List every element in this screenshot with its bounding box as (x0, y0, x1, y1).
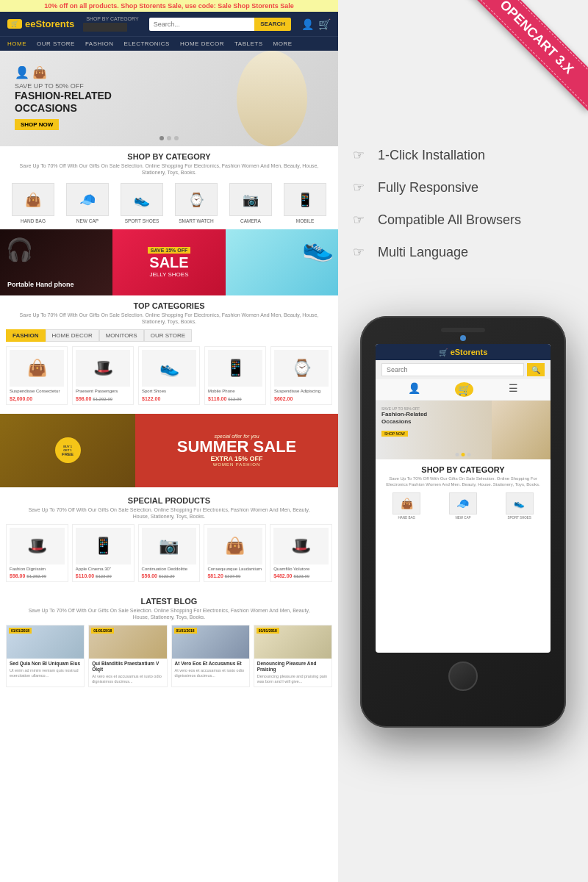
special-products-section: SPECIAL PRODUCTS Save Up To 70% Off With… (0, 490, 338, 588)
navigation: HOME OUR STORE FASHION ELECTRONICS HOME … (0, 36, 338, 51)
hero-dots (159, 136, 179, 140)
phone-home-button[interactable] (448, 662, 478, 691)
blog-img-1: 01/01/2018 (7, 625, 84, 659)
hero-person-image (228, 51, 316, 146)
special-img-1: 🎩 (10, 528, 65, 564)
special-img-3: 📷 (142, 528, 197, 564)
blog-post-4[interactable]: 01/01/2018 Denouncing Pleasure And Prais… (254, 625, 332, 687)
special-card-4[interactable]: 👜 Consequunque Laudantium $81.20 $337.99 (204, 524, 266, 582)
search-input[interactable] (149, 18, 255, 31)
product-price-2: $98.00 $1,202.00 (76, 396, 130, 401)
phone-cats-row: 👜 HAND BAG 🧢 NEW CAP 👟 SPORT SHOES (376, 488, 551, 524)
hero-content: 👤👜 SAVE UP TO 50% OFF FASHION-RELATEDOCC… (15, 65, 112, 130)
phone-dot-3 (467, 453, 471, 456)
search-area: SEARCH (149, 18, 291, 31)
free-badge: BUY 1GET 1 FREE (55, 437, 81, 463)
hero-dot-1[interactable] (159, 136, 164, 140)
cat-mobile[interactable]: 📱 MOBILE (284, 183, 326, 223)
opencart-version: OPENCART 3.X (484, 0, 588, 90)
phone-dot-1 (456, 453, 459, 456)
shop-by-category-title: SHOP BY CATEGORY (0, 146, 338, 162)
cat-camera[interactable]: 📷 CAMERA (229, 183, 272, 223)
phone-speaker (441, 328, 485, 332)
product-card-5[interactable]: ⌚ Suspendisse Adipiscing $602.00 (270, 346, 332, 404)
blog-img-4: 01/01/2018 (254, 625, 331, 659)
special-name-2: Apple Cinema 30" (76, 567, 131, 572)
phone-cat-handbag[interactable]: 👜 HAND BAG (392, 492, 420, 520)
cat-mobile-label: MOBILE (296, 218, 315, 223)
nav-electronics[interactable]: ELECTRONICS (124, 37, 170, 51)
product-card-3[interactable]: 👟 Sport Shoes $122.00 (138, 346, 200, 404)
phone-hero-dots (456, 453, 471, 456)
special-card-1[interactable]: 🎩 Fashion Dignissim $98.00 $1,282.00 (6, 524, 68, 582)
product-card-1[interactable]: 👜 Suspendisse Consectetur $2,000.00 (6, 346, 68, 404)
promo-shoes[interactable]: 👟 (226, 229, 338, 295)
tab-fashion[interactable]: FASHION (6, 329, 46, 342)
special-card-3[interactable]: 📷 Continuation Deddolitte $56.00 $122.20 (138, 524, 201, 582)
phone-cat-cap[interactable]: 🧢 NEW CAP (449, 492, 477, 520)
logo-storents: eStorents (30, 18, 74, 29)
user-icon[interactable]: 👤 (301, 18, 314, 30)
special-card-2[interactable]: 📱 Apple Cinema 30" $110.00 $123.00 (72, 524, 135, 582)
blog-img-2: 01/01/2018 (89, 625, 166, 659)
cat-shoes[interactable]: 👟 SPORT SHOES (121, 183, 163, 223)
summer-right: special offer for you SUMMER SALE EXTRA … (135, 414, 338, 487)
top-categories-title: TOP CATEGORIES (0, 295, 338, 312)
phone-search-button[interactable]: 🔍 (527, 363, 545, 376)
cat-cap[interactable]: 🧢 NEW CAP (66, 183, 109, 223)
tab-monitors[interactable]: MONITORS (99, 329, 144, 342)
hero-shop-now-button[interactable]: SHOP NOW (15, 119, 59, 130)
special-price-1: $98.00 $1,282.00 (10, 573, 65, 578)
phone-cat-shoes-img: 👟 (506, 492, 534, 514)
promo-save-badge: SAVE 15% OFF (148, 247, 190, 254)
promo-sale[interactable]: SAVE 15% OFF SALE JELLY SHOES (112, 229, 225, 295)
cat-handbag-img: 👜 (12, 183, 54, 216)
blog-post-1[interactable]: 01/01/2018 Sed Quia Non BI Uniquam Eius … (6, 625, 85, 687)
product-price-3: $122.00 (142, 396, 196, 401)
phone-hero-text: SAVE UP TO 50% OFF Fashion-RelatedOccasi… (381, 406, 427, 438)
cart-icon[interactable]: 🛒 (318, 18, 331, 30)
product-card-2[interactable]: 🎩 Praesent Passengers $98.00 $1,202.00 (72, 346, 134, 404)
phone-search-input[interactable] (381, 363, 524, 376)
right-panel: OPENCART 3.X ☞ 1-Click Installation ☞ Fu… (338, 0, 588, 882)
tab-our-store[interactable]: OUR STORE (144, 329, 192, 342)
special-name-5: Quamfilio Volutore (273, 567, 329, 572)
product-img-1: 👜 (10, 350, 64, 387)
nav-home-decor[interactable]: HOME DECOR (180, 37, 224, 51)
cat-shoes-img: 👟 (121, 183, 163, 216)
phone-nav-icons: 👤 🛒 ☰ (376, 379, 551, 401)
cat-handbag[interactable]: 👜 HAND BAG (12, 183, 54, 223)
phone-menu-icon[interactable]: ☰ (509, 382, 518, 397)
hero-dot-2[interactable] (167, 136, 171, 140)
nav-tablets[interactable]: TABLETS (234, 37, 262, 51)
feature-language: ☞ Multi Language (353, 244, 573, 260)
special-price-3: $56.00 $122.20 (142, 573, 197, 578)
special-card-5[interactable]: 🎩 Quamfilio Volutore $482.00 $123.00 (270, 524, 332, 582)
cat-mobile-img: 📱 (284, 183, 326, 216)
phone-hero-btn[interactable]: SHOP NOW (381, 431, 408, 437)
topbar-code: Sale (218, 2, 232, 10)
product-img-3: 👟 (142, 350, 196, 387)
blog-post-3[interactable]: 01/01/2018 At Vero Eos Et Accusamus Et A… (171, 625, 250, 687)
tab-home-decor[interactable]: HOME DECOR (46, 329, 99, 342)
phone-header: 🛒 eStorents (376, 344, 551, 360)
phone-user-icon[interactable]: 👤 (408, 382, 420, 397)
summer-sub: WOMEN FASHION (213, 462, 261, 467)
blog-date-2: 01/01/2018 (91, 628, 114, 634)
product-img-4: 📱 (208, 350, 262, 387)
nav-more[interactable]: MORE (273, 37, 293, 51)
phone-cat-shoes[interactable]: 👟 SPORT SHOES (506, 492, 534, 520)
nav-our-store[interactable]: OUR STORE (37, 37, 75, 51)
promo-phone[interactable]: 🎧 Portable Hand phone (0, 229, 112, 295)
nav-home[interactable]: HOME (7, 37, 26, 51)
feature-responsive: ☞ Fully Responsive (353, 179, 573, 196)
cat-watch[interactable]: ⌚ SMART WATCH (175, 183, 218, 223)
product-name-5: Suspendisse Adipiscing (274, 389, 329, 394)
phone-cart-icon[interactable]: 🛒 (455, 382, 473, 397)
nav-fashion[interactable]: FASHION (85, 37, 114, 51)
product-card-4[interactable]: 📱 Mobile Phone $116.00 $12.00 (204, 346, 266, 404)
blog-post-2[interactable]: 01/01/2018 Qui Blanditiis Praestantium V… (88, 625, 167, 687)
hero-dot-3[interactable] (174, 136, 179, 140)
search-button[interactable]: SEARCH (254, 18, 291, 31)
badge-top: BUY 1GET 1 (63, 445, 72, 452)
